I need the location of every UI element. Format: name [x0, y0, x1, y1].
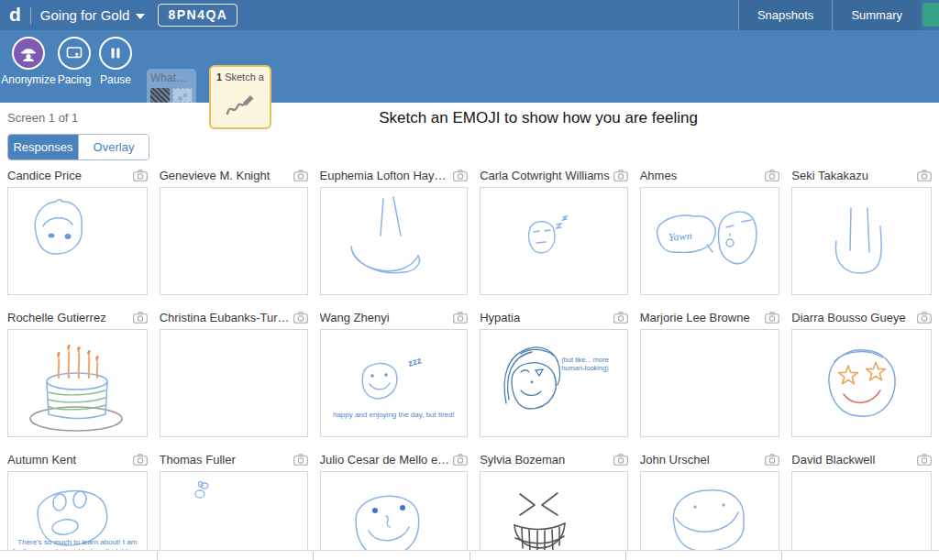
sketch-card[interactable]	[320, 187, 469, 295]
camera-icon[interactable]	[613, 170, 628, 181]
camera-icon[interactable]	[453, 454, 468, 466]
anonymize-icon	[18, 43, 39, 63]
student-cell: Candice Price	[7, 168, 148, 295]
card-edge-tick	[313, 552, 314, 560]
sketch-card-empty[interactable]	[791, 471, 932, 560]
sketch-canvas	[321, 472, 465, 560]
camera-icon[interactable]	[613, 312, 628, 324]
screen-indicator: Screen 1 of 1	[7, 111, 78, 125]
sketch-card[interactable]	[160, 471, 308, 560]
sketch-canvas	[641, 472, 780, 560]
caption-line: There's so much to learn about! I am	[8, 538, 147, 547]
camera-icon[interactable]	[293, 170, 308, 181]
student-cell: Sylvia Bozeman	[480, 452, 628, 560]
camera-icon[interactable]	[133, 312, 148, 324]
snapshots-button[interactable]: Snapshots	[738, 0, 832, 30]
sketch-canvas: Yawn	[641, 188, 780, 295]
divider	[30, 7, 31, 24]
preview-image	[150, 88, 170, 103]
camera-icon[interactable]	[133, 170, 148, 181]
card-edge-tick	[470, 552, 470, 560]
sketch-card[interactable]	[7, 187, 148, 295]
screen-title: Sketch a…	[225, 71, 264, 82]
student-name: Ahmes	[640, 169, 762, 182]
class-code-box[interactable]: 8PN4QA	[158, 4, 238, 27]
sketch-caption: (but like... more human-looking)	[561, 356, 625, 373]
top-bar: d Going for Gold 8PN4QA Snapshots Summar…	[0, 0, 939, 30]
hidden-screen-previews	[150, 88, 193, 103]
sketch-canvas	[792, 188, 932, 295]
sketch-card[interactable]	[791, 329, 932, 437]
pause-icon	[109, 47, 122, 60]
tab-overlay[interactable]: Overlay	[78, 135, 149, 159]
sketch-canvas	[481, 472, 624, 560]
tab-responses[interactable]: Responses	[8, 135, 78, 159]
card-edge-tick	[781, 552, 782, 560]
camera-icon[interactable]	[613, 454, 628, 466]
camera-icon[interactable]	[293, 454, 308, 466]
sketch-canvas: zzz	[321, 330, 465, 437]
student-name: Diarra Bousso Gueye	[791, 311, 913, 324]
student-name: Seki Takakazu	[791, 169, 913, 182]
sketch-card[interactable]	[7, 329, 148, 437]
student-name: Marjorie Lee Browne	[640, 311, 762, 324]
sketch-card[interactable]: Yawn	[640, 187, 780, 295]
student-cell: Hypatia (but like... more human-look	[480, 310, 628, 437]
sketch-caption: happy and enjoying the day, but tired!	[321, 411, 468, 420]
pause-label: Pause	[88, 73, 143, 86]
student-cell: Julio Cesar de Mello e…	[320, 452, 469, 560]
summary-button[interactable]: Summary	[832, 0, 921, 30]
student-cell: Wang Zhenyi zzz happy and enjoying the d…	[320, 310, 469, 437]
sketch-canvas	[160, 472, 304, 560]
student-name: Wang Zhenyi	[320, 311, 450, 324]
sketch-card[interactable]: zzz happy and enjoying the day, but tire…	[320, 329, 469, 437]
camera-icon[interactable]	[453, 312, 468, 324]
desmos-logo: d	[9, 4, 21, 26]
sketch-card-empty[interactable]	[640, 329, 780, 437]
student-name: Genevieve M. Knight	[160, 169, 290, 182]
sketch-card[interactable]	[480, 471, 628, 560]
card-edge-tick	[157, 552, 158, 560]
screen-number: 1	[216, 71, 222, 82]
sketch-card[interactable]: There's so much to learn about! I am fee…	[7, 471, 148, 560]
sketch-canvas	[8, 188, 148, 295]
camera-icon[interactable]	[765, 312, 779, 324]
camera-icon[interactable]	[917, 312, 932, 324]
sketch-card[interactable]	[791, 187, 932, 295]
camera-icon[interactable]	[293, 312, 308, 324]
camera-icon[interactable]	[917, 454, 932, 466]
student-name: Sylvia Bozeman	[480, 453, 610, 467]
student-cell: Carla Cotwright Williams	[480, 168, 628, 295]
responses-grid: Candice Price Genevieve M. Knight Euphem…	[7, 168, 932, 560]
pause-button[interactable]: Pause	[88, 37, 143, 86]
sketch-canvas	[321, 188, 465, 295]
hidden-screen-thumbnail[interactable]: What…	[147, 69, 196, 113]
camera-icon[interactable]	[917, 170, 932, 181]
student-name: Euphemia Lofton Hay…	[320, 169, 450, 182]
viewport-bottom-strip	[0, 550, 939, 560]
student-name: Autumn Kent	[7, 453, 129, 467]
camera-icon[interactable]	[453, 170, 468, 181]
sketch-card[interactable]	[480, 187, 628, 295]
hidden-screen-title: What…	[150, 71, 193, 84]
student-cell: Ahmes Yawn	[640, 168, 780, 295]
student-name: Hypatia	[480, 311, 610, 324]
teacher-toolbar: Anonymize Pacing Pause 70 students Time …	[0, 30, 939, 103]
sketch-card[interactable]: (but like... more human-looking)	[480, 329, 628, 437]
student-name: Candice Price	[7, 169, 129, 182]
camera-icon[interactable]	[133, 454, 148, 466]
sketch-card-empty[interactable]	[160, 187, 308, 295]
camera-icon[interactable]	[765, 170, 779, 181]
side-panel-button[interactable]	[922, 3, 939, 27]
sketch-card[interactable]	[320, 471, 469, 560]
class-name-dropdown[interactable]: Going for Gold	[40, 7, 146, 23]
sketch-card[interactable]	[640, 471, 780, 560]
sketch-canvas	[792, 330, 932, 437]
camera-icon[interactable]	[765, 454, 779, 466]
prompt-title: Sketch an EMOJI to show how you are feel…	[138, 109, 939, 127]
student-name: David Blackwell	[791, 453, 913, 467]
student-cell: Diarra Bousso Gueye	[791, 310, 932, 437]
student-name: Carla Cotwright Williams	[480, 169, 610, 182]
sketch-card-empty[interactable]	[160, 329, 308, 437]
sketch-handwriting: zzz	[406, 355, 422, 368]
